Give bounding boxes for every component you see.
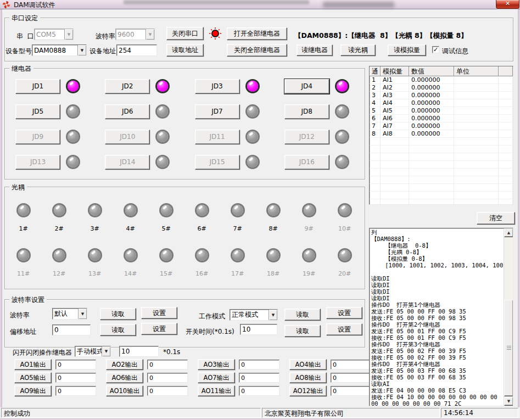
flash-mode-combobox[interactable]: 手动模式 ▼ (75, 346, 111, 357)
work-mode-set-button[interactable]: 设置 (326, 307, 362, 319)
close-button[interactable]: ✕ (496, 0, 519, 9)
ao-input-AO6输出[interactable] (147, 373, 188, 383)
model-combobox[interactable]: DAM0888 ▼ (32, 44, 87, 56)
scroll-up-icon[interactable]: ▲ (504, 228, 513, 237)
ao-button-AO3输出[interactable]: AO3输出 (198, 359, 235, 370)
ao-button-AO10输出[interactable]: AO10输出 (106, 385, 143, 396)
relay-button-JD12[interactable]: JD12 (284, 130, 329, 144)
ao-button-AO1输出[interactable]: AO1输出 (14, 359, 52, 370)
ao-input-AO12输出[interactable] (331, 386, 371, 396)
ao-input-AO7输出[interactable] (239, 373, 279, 383)
table-cell (499, 92, 513, 99)
ao-input-AO11输出[interactable] (239, 386, 279, 396)
table-row[interactable]: 6AI60.000000 (370, 115, 513, 122)
ao-input-AO8输出[interactable] (331, 373, 371, 383)
device-addr-input[interactable] (116, 44, 157, 56)
read-analog-button[interactable]: 读模拟量 (388, 44, 426, 56)
table-cell (381, 199, 409, 205)
table-row[interactable]: 5AI50.000000 (370, 107, 513, 115)
opto-label-4#: 4# (126, 225, 135, 232)
table-row[interactable]: 4AI40.000000 (370, 99, 513, 107)
relay-button-JD16[interactable]: JD16 (284, 155, 329, 170)
ao-button-AO7输出[interactable]: AO7输出 (198, 372, 235, 383)
relay-button-JD9[interactable]: JD9 (15, 130, 60, 144)
ao-input-AO9输出[interactable] (55, 386, 96, 396)
ao-button-AO9输出[interactable]: AO9输出 (14, 385, 52, 396)
relay-button-JD4[interactable]: JD4 (284, 79, 329, 94)
analog-col-header (499, 66, 513, 76)
work-mode-read-button[interactable]: 读取 (284, 309, 321, 321)
log-scrollbar[interactable]: ▲ ▼ (504, 228, 513, 406)
relay-grid: JD1JD2JD3JD4JD5JD6JD7JD8JD9JD10JD11JD12J… (5, 74, 364, 175)
log-panel[interactable]: 列 【DAM0888】: 【继电器 0-8】 【光耦 0-8】 【模拟量 0-8… (369, 228, 513, 406)
relay-led-JD3 (247, 81, 258, 92)
ao-input-AO4输出[interactable] (331, 360, 371, 369)
opto-label-8#: 8# (269, 225, 277, 232)
ao-input-AO5输出[interactable] (55, 373, 96, 383)
opto-cell: 6# (184, 199, 220, 244)
work-mode-combobox[interactable]: 正常模式 ▼ (230, 309, 278, 321)
relay-button-JD2[interactable]: JD2 (105, 79, 150, 94)
offset-addr-input[interactable] (52, 324, 91, 335)
relay-button-JD10[interactable]: JD10 (105, 130, 150, 144)
table-row[interactable]: 1AI10.000000 (370, 76, 513, 84)
ao-button-AO4输出[interactable]: AO4输出 (289, 359, 327, 370)
table-cell (381, 138, 409, 145)
ao-input-AO2输出[interactable] (147, 360, 188, 369)
chevron-down-icon: ▼ (102, 346, 110, 356)
ao-button-AO12输出[interactable]: AO12输出 (289, 385, 327, 396)
read-relay-button[interactable]: 读继电器 (297, 44, 333, 56)
table-cell (370, 199, 381, 205)
read-opto-button[interactable]: 读光耦 (340, 44, 376, 56)
relay-button-JD7[interactable]: JD7 (195, 104, 240, 119)
table-row[interactable]: 7AI70.000000 (370, 122, 513, 130)
relay-button-JD13[interactable]: JD13 (15, 155, 60, 170)
relay-cell: JD7 (185, 99, 275, 124)
close-serial-button[interactable]: 关闭串口 (166, 27, 204, 40)
relay-button-JD15[interactable]: JD15 (195, 155, 240, 170)
flash-time-input[interactable] (119, 346, 159, 357)
table-row[interactable]: 8AI80.000000 (370, 130, 513, 138)
table-row[interactable]: 2AI20.000000 (370, 84, 513, 92)
baudrate-combobox[interactable]: 默认 ▼ (52, 308, 87, 320)
opto-led-2# (54, 205, 65, 216)
baudrate-read-button[interactable]: 读取 (100, 308, 136, 320)
table-cell (454, 184, 499, 192)
relay-button-JD1[interactable]: JD1 (15, 79, 60, 94)
offset-set-button[interactable]: 设置 (141, 323, 177, 335)
switch-time-set-button[interactable]: 设置 (326, 323, 362, 335)
scroll-down-icon[interactable]: ▼ (504, 397, 513, 406)
table-row-empty (370, 192, 513, 199)
relay-led-JD5 (68, 106, 79, 117)
ao-button-AO5输出[interactable]: AO5输出 (14, 372, 52, 383)
baudrate-set-button[interactable]: 设置 (141, 307, 177, 319)
opto-label-18#: 18# (267, 270, 279, 277)
offset-read-button[interactable]: 读取 (100, 324, 136, 336)
scrollbar-thumb[interactable] (504, 300, 513, 396)
switch-time-read-button[interactable]: 读取 (284, 325, 321, 337)
close-all-relays-button[interactable]: 关闭全部继电器 (227, 44, 287, 57)
relay-button-JD11[interactable]: JD11 (195, 130, 240, 144)
ao-button-AO2输出[interactable]: AO2输出 (106, 359, 143, 370)
port-combobox[interactable]: COM5 ▼ (34, 29, 74, 40)
ao-button-AO11输出[interactable]: AO11输出 (198, 385, 235, 396)
clear-log-button[interactable]: 清空 (477, 212, 515, 225)
relay-button-JD3[interactable]: JD3 (195, 79, 240, 94)
ao-input-AO3输出[interactable] (239, 360, 279, 369)
table-row[interactable]: 3AI30.000000 (370, 92, 513, 99)
ao-input-AO10输出[interactable] (147, 386, 188, 396)
ao-input-AO1输出[interactable] (55, 360, 96, 369)
open-all-relays-button[interactable]: 打开全部继电器 (227, 27, 287, 40)
relay-button-JD5[interactable]: JD5 (15, 104, 60, 119)
relay-button-JD8[interactable]: JD8 (284, 104, 329, 119)
status-company: 北京聚英翱翔电子有限公司 (262, 408, 440, 418)
switch-time-input[interactable] (240, 324, 277, 335)
relay-button-JD14[interactable]: JD14 (105, 155, 150, 170)
read-addr-button[interactable]: 读取地址 (166, 44, 204, 57)
debug-info-checkbox[interactable]: ✓ (432, 46, 439, 53)
ao-button-AO8输出[interactable]: AO8输出 (289, 372, 327, 383)
ao-button-AO6输出[interactable]: AO6输出 (106, 372, 143, 383)
status-bar: 控制成功 北京聚英翱翔电子有限公司 14:56:14 (0, 407, 520, 418)
baud-combobox[interactable]: 9600 ▼ (115, 29, 155, 40)
relay-button-JD6[interactable]: JD6 (105, 104, 150, 119)
